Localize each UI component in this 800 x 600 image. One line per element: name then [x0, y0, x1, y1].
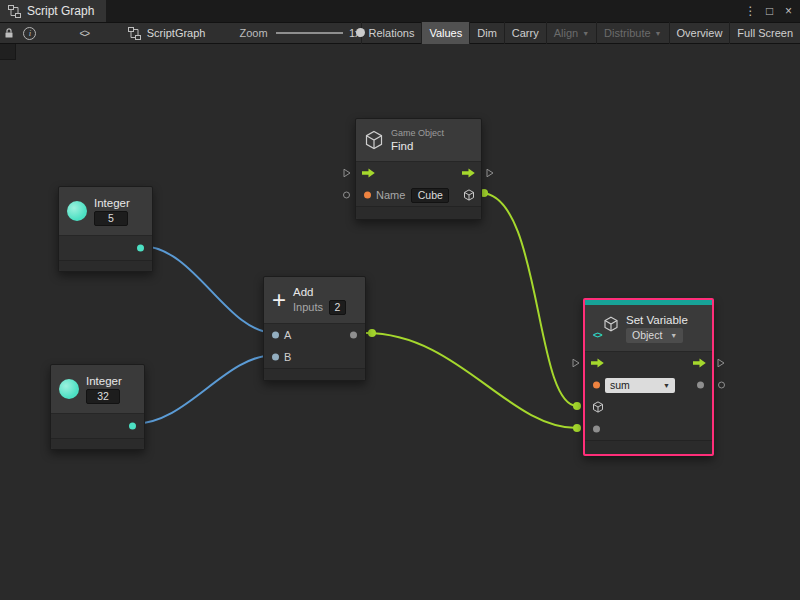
control-input-anchor[interactable] — [343, 168, 351, 178]
toolbar-buttons: Relations Values Dim Carry Align ▼ Distr… — [361, 22, 800, 44]
variable-name-dropdown[interactable]: sum ▼ — [605, 378, 675, 393]
values-button[interactable]: Values — [421, 22, 469, 44]
variable-name-port[interactable] — [593, 382, 600, 389]
control-output-anchor[interactable] — [486, 168, 494, 178]
input-b-label: B — [284, 351, 291, 363]
chevron-down-icon: ▼ — [670, 332, 677, 339]
wire-find-to-setvariable-target[interactable] — [481, 193, 577, 406]
graph-canvas[interactable]: Integer 5 Integer 32 — [0, 44, 800, 600]
port-row — [51, 414, 144, 438]
integer-value-field[interactable]: 32 — [86, 389, 120, 404]
target-object-port[interactable] — [592, 401, 604, 413]
full-screen-button[interactable]: Full Screen — [729, 22, 800, 44]
value-output-port[interactable] — [697, 382, 704, 389]
set-variable-icon: <> — [593, 316, 619, 340]
name-input-port[interactable] — [364, 192, 371, 199]
cube-icon — [592, 401, 604, 413]
value-input-port[interactable] — [593, 426, 600, 433]
tab-script-graph[interactable]: Script Graph — [0, 0, 106, 22]
inputs-label: Inputs — [293, 301, 323, 313]
zoom-label: Zoom — [239, 22, 267, 44]
align-button[interactable]: Align ▼ — [546, 22, 596, 44]
node-title: Integer — [94, 197, 130, 209]
port-row — [59, 236, 152, 260]
window-menu-button[interactable]: ⋮ — [741, 0, 760, 22]
overview-button[interactable]: Overview — [669, 22, 730, 44]
sum-output-port[interactable] — [350, 332, 357, 339]
node-title: Find — [391, 140, 413, 152]
input-a-label: A — [284, 329, 291, 341]
node-footer — [264, 368, 365, 380]
integer-output-port[interactable] — [129, 423, 136, 430]
titlebar: Script Graph ⋮ □ × — [0, 0, 800, 22]
input-b-row: B — [264, 346, 365, 368]
value-input-anchor[interactable] — [343, 192, 350, 199]
value-output-anchor[interactable] — [718, 382, 725, 389]
node-footer — [51, 438, 144, 449]
node-integer-32[interactable]: Integer 32 — [50, 364, 145, 450]
script-graph-icon — [8, 5, 21, 18]
game-object-output-port[interactable] — [463, 189, 475, 201]
distribute-button[interactable]: Distribute ▼ — [596, 22, 668, 44]
tab-label: Script Graph — [27, 4, 94, 18]
cube-icon — [603, 316, 619, 332]
hollow-triangle-icon — [343, 168, 351, 178]
breadcrumb-label: ScriptGraph — [147, 27, 206, 39]
lock-icon — [3, 27, 15, 39]
breadcrumb[interactable]: ScriptGraph — [128, 22, 206, 44]
zoom-slider-handle[interactable] — [356, 28, 365, 37]
zoom-slider[interactable] — [276, 22, 343, 44]
script-graph-window: Script Graph ⋮ □ × i <> ScriptG — [0, 0, 800, 600]
hollow-triangle-icon — [572, 358, 580, 368]
cube-icon — [463, 189, 475, 201]
control-output-anchor[interactable] — [717, 358, 725, 368]
hollow-circle-icon — [718, 382, 725, 389]
node-integer-5[interactable]: Integer 5 — [58, 186, 153, 272]
wire-endpoint — [573, 424, 581, 432]
variable-name-row: sum ▼ — [585, 374, 712, 396]
input-b-port[interactable] — [272, 354, 279, 361]
window-controls: ⋮ □ × — [741, 0, 800, 22]
node-title: Add — [293, 286, 313, 298]
node-set-variable[interactable]: <> Set Variable Object ▼ — [583, 298, 714, 456]
code-view-button[interactable]: <> — [75, 22, 94, 44]
relations-button[interactable]: Relations — [361, 22, 422, 44]
input-a-row: A — [264, 324, 365, 346]
input-a-port[interactable] — [272, 332, 279, 339]
inputs-count-field[interactable]: 2 — [329, 300, 346, 315]
variable-scope-dropdown[interactable]: Object ▼ — [626, 328, 683, 343]
cube-icon — [364, 130, 384, 150]
control-flow-in-icon[interactable] — [591, 358, 604, 368]
maximize-button[interactable]: □ — [760, 0, 779, 22]
node-add[interactable]: + Add Inputs 2 A — [263, 276, 366, 381]
wire-endpoint — [368, 329, 376, 337]
control-input-anchor[interactable] — [572, 358, 580, 368]
chevron-down-icon: ▼ — [663, 382, 670, 389]
name-value-field[interactable]: Cube — [411, 188, 449, 203]
control-flow-out-icon[interactable] — [693, 358, 706, 368]
node-footer — [585, 440, 712, 454]
hollow-triangle-icon — [486, 168, 494, 178]
control-flow-in-icon[interactable] — [362, 168, 375, 178]
integer-output-port[interactable] — [137, 245, 144, 252]
wire-endpoint — [573, 402, 581, 410]
integer-icon — [59, 379, 79, 399]
script-graph-icon — [128, 27, 141, 40]
zoom-slider-track — [276, 32, 343, 34]
control-flow-out-icon[interactable] — [462, 168, 475, 178]
close-button[interactable]: × — [779, 0, 798, 22]
code-icon: <> — [593, 330, 602, 340]
info-button[interactable]: i — [21, 22, 39, 44]
wire-integer32-to-add-b[interactable] — [133, 355, 275, 424]
node-title: Integer — [86, 375, 122, 387]
node-category: Game Object — [391, 128, 444, 138]
info-icon: i — [23, 27, 36, 40]
target-object-row — [585, 396, 712, 418]
lock-button[interactable] — [2, 22, 15, 44]
carry-button[interactable]: Carry — [504, 22, 546, 44]
integer-value-field[interactable]: 5 — [94, 211, 128, 226]
node-game-object-find[interactable]: Game Object Find — [355, 118, 482, 220]
wire-integer5-to-add-a[interactable] — [141, 246, 275, 333]
integer-icon — [67, 201, 87, 221]
dim-button[interactable]: Dim — [469, 22, 504, 44]
